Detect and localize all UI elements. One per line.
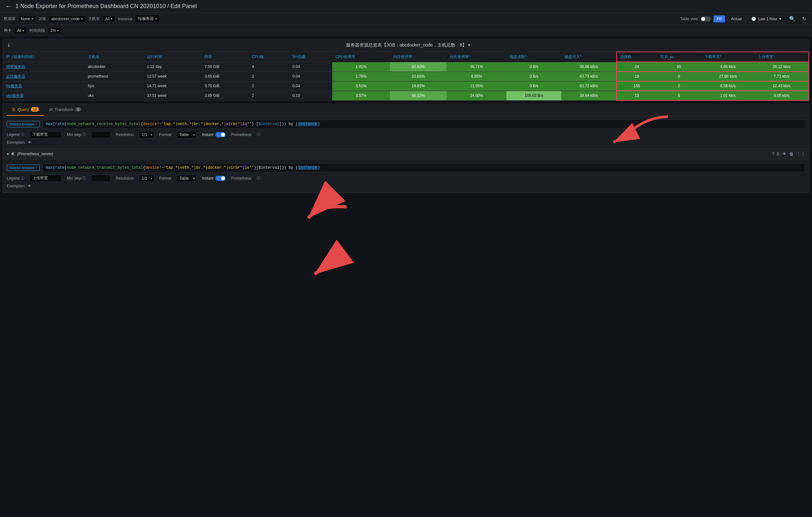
table-row: frp服务器 frps 14.71 week 3.70 GiB 2 0.04 3… [3, 81, 809, 91]
query-k-input-row: Metrics browser › max(rate(node_network_… [7, 163, 805, 172]
minstep-j-info-icon[interactable]: ⓘ [83, 132, 86, 137]
prometheus-j-label: Prometheus [231, 132, 252, 137]
exemplars-j-eye-icon[interactable]: 👁 [28, 140, 31, 145]
cell-diskwrite-3: 63.72 kB/s [561, 81, 616, 91]
back-button[interactable]: ← [5, 3, 11, 10]
panel-info-icon[interactable]: ℹ [8, 43, 10, 48]
cell-diskread-2: 0 B/s [506, 71, 561, 81]
cell-mempct-1: 65.63% [390, 62, 447, 71]
cell-download-3: 8.58 kb/s [701, 81, 755, 91]
format-j-select-wrapper: Table [176, 131, 197, 138]
cell-memory-2: 3.65 GiB [201, 71, 249, 81]
cell-connections-2: 19 [616, 71, 657, 81]
cell-diskread-1: 0 B/s [506, 62, 561, 71]
hostname-select[interactable]: All ▾ [103, 16, 115, 23]
panel-header: ℹ 服务器资源总览表【JOB：abcdocker_node，主机总数：8】 ▾ [3, 39, 809, 52]
legend-j-info-icon[interactable]: ⓘ [21, 132, 24, 137]
page-title: 1 Node Exporter for Prometheus Dashboard… [16, 3, 197, 10]
th-disk-write: 磁盘写入* [561, 52, 616, 62]
cell-cpupct-2: 1.78% [332, 71, 390, 81]
resolution-k-select[interactable]: 1/1 [139, 175, 154, 182]
cell-cpucores-2: 2 [249, 71, 290, 81]
query-k-actions: ? ⎘ 👁 🗑 ⋮⋮ [772, 151, 805, 156]
fill-button[interactable]: Fill [714, 16, 725, 23]
prometheus-j-info-icon[interactable]: ⓘ [257, 132, 260, 137]
minstep-k-input[interactable] [91, 175, 110, 182]
interval-label: 时间间隔 [30, 28, 45, 33]
datasource-chevron-icon: ▾ [31, 17, 33, 21]
cell-load-4: 0.10 [289, 91, 332, 100]
exemplars-j-row: Exemplars 👁 [7, 140, 805, 145]
resolution-k-select-wrapper: 1/1 [139, 175, 154, 182]
prometheus-k-info-icon[interactable]: ⓘ [257, 176, 260, 181]
exemplars-k-eye-icon[interactable]: 👁 [28, 184, 31, 188]
minstep-j-label: Min step ⓘ [67, 132, 86, 137]
th-memory: 内存 [201, 52, 249, 62]
query-k-label: K [11, 151, 14, 156]
format-k-select[interactable]: Table [176, 175, 197, 182]
legend-j-input[interactable] [30, 131, 62, 138]
th-ip: IP（链接到明细） [3, 52, 85, 62]
cell-cpupct-1: 1.91% [332, 62, 390, 71]
metrics-browser-j-button[interactable]: Metrics browser › [7, 121, 40, 127]
actual-button[interactable]: Actual [728, 15, 745, 23]
exemplars-j-label: Exemplars [7, 140, 25, 145]
table-view-label: Table view [680, 17, 698, 21]
cell-tcptw-3: 2 [657, 81, 701, 91]
query-k-help-button[interactable]: ? [772, 151, 775, 156]
zoom-out-button[interactable]: 🔍 [787, 15, 798, 23]
instance-select[interactable]: frp服务器 ▾ [135, 15, 160, 23]
query-k-header: ▾ K (Prometheus_server) ? ⎘ 👁 🗑 ⋮⋮ [3, 149, 809, 159]
cell-ip-4[interactable]: ukx服务器 [3, 91, 85, 100]
query-k-delete-button[interactable]: 🗑 [789, 151, 794, 156]
time-range-button[interactable]: 🕐 Last 1 hour ▾ [748, 15, 785, 23]
hostname-label: 主机名 [88, 16, 100, 22]
query-tab-badge: 14 [31, 107, 38, 112]
query-k-copy-button[interactable]: ⎘ [777, 151, 780, 156]
query-section: ☰ Query 14 ⇄ Transform 0 Metrics browser… [3, 103, 809, 193]
panel-title: 服务器资源总览表【JOB：abcdocker_node，主机总数：8】 ▾ [12, 42, 804, 48]
cell-memory-3: 3.70 GiB [201, 81, 249, 91]
interval-chevron-icon: ▾ [57, 29, 59, 32]
table-row: 博客服务器 abcdocker 1.12 day 7.59 GiB 4 0.04… [3, 62, 809, 71]
cell-ip-3[interactable]: frp服务器 [3, 81, 85, 91]
query-k-input[interactable]: max(rate(node_network_transmit_bytes_tot… [42, 163, 805, 172]
minstep-k-info-icon[interactable]: ⓘ [83, 176, 86, 181]
tab-transform[interactable]: ⇄ Transform 0 [44, 104, 86, 116]
legend-k-input[interactable] [30, 175, 62, 182]
resolution-j-select[interactable]: 1/1 [139, 131, 154, 138]
legend-k-info-icon[interactable]: ⓘ [21, 176, 24, 181]
minstep-j-input[interactable] [91, 131, 110, 138]
instant-k-toggle: Instant [202, 176, 226, 181]
exemplars-k-row: Exemplars 👁 [7, 184, 805, 188]
instant-j-switch[interactable] [215, 132, 226, 137]
query-j-input[interactable]: max(rate(node_network_receive_bytes_tota… [42, 120, 805, 129]
cell-hostname-3: frps [85, 81, 144, 91]
cell-download-1: 4.86 kb/s [701, 62, 755, 71]
th-cpu-cores: CPU核 [249, 52, 290, 62]
panel-area: ℹ 服务器资源总览表【JOB：abcdocker_node，主机总数：8】 ▾ … [3, 39, 809, 101]
clock-icon: 🕐 [751, 17, 756, 21]
nic-select[interactable]: All ▾ [14, 27, 27, 34]
query-k-eye-button[interactable]: 👁 [782, 151, 787, 156]
cell-tcptw-1: 65 [657, 62, 701, 71]
query-k-collapse-button[interactable]: ▾ [7, 151, 9, 156]
cell-ip-2[interactable]: 监控服务器 [3, 71, 85, 81]
refresh-button[interactable]: ↻ [800, 15, 808, 23]
cell-connections-3: 155 [616, 81, 657, 91]
cell-download-4: 1.01 kb/s [701, 91, 755, 100]
panel-title-dropdown-icon[interactable]: ▾ [468, 42, 470, 48]
format-j-select[interactable]: Table [176, 131, 197, 138]
instant-k-knob [221, 176, 225, 180]
cell-ip-1[interactable]: 博客服务器 [3, 62, 85, 71]
job-select[interactable]: abcdocker_node ▾ [49, 16, 86, 23]
interval-select[interactable]: 2m ▾ [48, 27, 62, 34]
table-header-row: IP（链接到明细） 主机名 运行时间 内存 CPU核 5m负载 CPU使用率 内… [3, 52, 809, 62]
datasource-select[interactable]: None ▾ [18, 16, 36, 23]
metrics-browser-k-button[interactable]: Metrics browser › [7, 164, 40, 171]
instant-k-switch[interactable] [215, 176, 226, 181]
tab-query[interactable]: ☰ Query 14 [7, 104, 44, 116]
table-view-switch[interactable] [701, 17, 711, 22]
query-k-drag-button[interactable]: ⋮⋮ [796, 151, 805, 156]
job-label: JOB [38, 17, 46, 21]
